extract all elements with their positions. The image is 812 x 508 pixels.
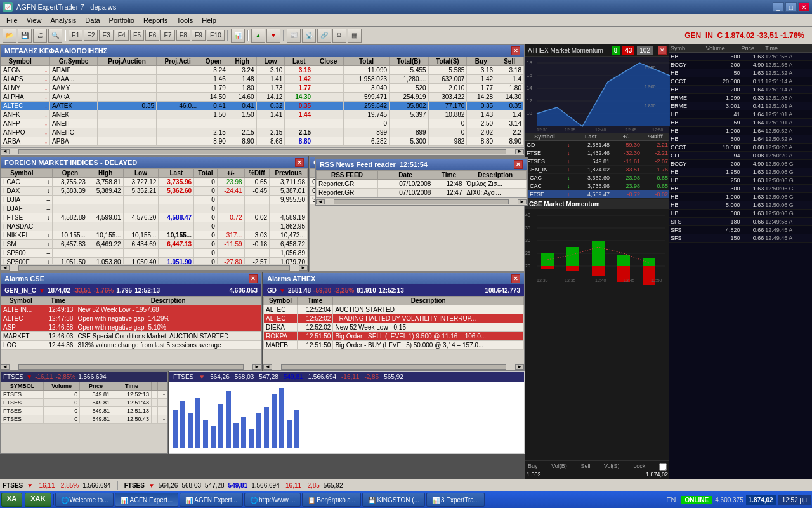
scroll-left[interactable]: ◄ xyxy=(1,149,10,154)
menu-analysis[interactable]: Analysis xyxy=(46,15,80,25)
taskbar-agfn2-label: AGFN Expert... xyxy=(194,497,237,504)
toolbar-open[interactable]: 📂 xyxy=(3,29,16,43)
f-row-sym[interactable]: I SP500F xyxy=(1,258,43,264)
taskbar-agfn1[interactable]: 📊 AGFN Expert... xyxy=(115,493,178,507)
f-row-sym[interactable]: I DJAF xyxy=(1,204,43,213)
f-row-last: 1,051.90 xyxy=(159,258,194,264)
mega-row-sym[interactable]: ARBA xyxy=(1,137,39,146)
menu-portfolio[interactable]: Portfolio xyxy=(105,15,138,25)
mega-row-sym[interactable]: ALTEC xyxy=(1,102,39,110)
rss-btn[interactable]: 📡 xyxy=(302,29,316,43)
sl-row-sym[interactable]: FTSE xyxy=(525,149,564,157)
ftses-row-c1 xyxy=(151,391,157,399)
f-row-pct xyxy=(244,249,270,258)
f-row-sym[interactable]: I SP500 xyxy=(1,249,43,258)
mega-row-sym[interactable]: AFGN xyxy=(1,66,39,75)
e2-btn[interactable]: E2 xyxy=(84,30,98,41)
f-row-sym[interactable]: I DJIA xyxy=(1,196,43,204)
taskbar-voith[interactable]: 📋 Βοηθητικό ε... xyxy=(302,493,361,507)
minimize-btn[interactable]: _ xyxy=(773,2,784,12)
f-scroll-left[interactable]: ◄ xyxy=(1,265,10,271)
mega-row-sell: 1.80 xyxy=(495,84,524,93)
e3-btn[interactable]: E3 xyxy=(99,30,113,41)
menu-file[interactable]: File xyxy=(3,15,22,25)
f-row-sym[interactable]: I CAC xyxy=(1,178,43,187)
ob-list-item: HB 59 1.64 12:51:01 A xyxy=(669,119,812,127)
f-row-sym[interactable]: I FTSE xyxy=(1,213,43,222)
taskbar-agfn1-label: AGFN Expert... xyxy=(129,497,173,504)
menu-reports[interactable]: Reports xyxy=(140,15,172,25)
news-btn[interactable]: 📰 xyxy=(287,29,301,43)
toolbar-print[interactable]: 🖨 xyxy=(33,29,47,43)
e1-btn[interactable]: E1 xyxy=(69,30,82,41)
mega-panel-close[interactable]: ✕ xyxy=(511,46,520,55)
taskbar-kingston[interactable]: 💾 KINGSTON (... xyxy=(362,493,425,507)
mega-row-sym[interactable]: ANFP xyxy=(1,119,39,128)
athex-close[interactable]: ✕ xyxy=(658,46,667,55)
maximize-btn[interactable]: □ xyxy=(785,2,797,12)
down-arrow-btn[interactable]: ▼ xyxy=(266,29,280,43)
sl-row-sym[interactable]: FTSES xyxy=(525,157,564,166)
e9-btn[interactable]: E9 xyxy=(192,30,206,41)
layout-btn[interactable]: ▦ xyxy=(348,29,362,43)
taskbar-agfn2[interactable]: 📊 AGFN Expert... xyxy=(180,493,243,507)
sl-row-sym[interactable]: GD xyxy=(525,141,564,149)
sl-row-pct: -2.21 xyxy=(641,149,669,157)
mega-row-sym[interactable]: ANFPO xyxy=(1,128,39,137)
f-row-open xyxy=(53,196,88,204)
e8-btn[interactable]: E8 xyxy=(176,30,190,41)
ftses-row-c1 xyxy=(151,415,157,424)
sl-row-sym[interactable]: I CAC xyxy=(525,174,564,182)
up-arrow-btn[interactable]: ▲ xyxy=(251,29,265,43)
mega-row-close xyxy=(313,102,344,110)
close-btn[interactable]: ✕ xyxy=(798,2,809,12)
aa-sym: Symbol xyxy=(264,297,298,305)
menu-data[interactable]: Data xyxy=(81,15,103,25)
e7-btn[interactable]: E7 xyxy=(160,30,174,41)
rss-close[interactable]: ✕ xyxy=(514,160,523,169)
f-row-sym[interactable]: I SM xyxy=(1,240,43,249)
mega-row-gr: ΑΝΕΠΟ xyxy=(50,128,98,137)
mega-row-sym[interactable]: ANFK xyxy=(1,110,39,119)
alarms-athex-close[interactable]: ✕ xyxy=(511,274,520,283)
e10-btn[interactable]: E10 xyxy=(207,30,225,41)
alarms-cse-close[interactable]: ✕ xyxy=(249,274,258,283)
scroll-right[interactable]: ► xyxy=(515,149,524,154)
menu-help[interactable]: Help xyxy=(198,15,220,25)
e6-btn[interactable]: E6 xyxy=(145,30,159,41)
sl-row-sym[interactable]: I CAC xyxy=(525,182,564,190)
lock-checkbox[interactable] xyxy=(659,463,667,471)
e5-btn[interactable]: E5 xyxy=(130,30,144,41)
chart-btn[interactable]: 📊 xyxy=(231,29,245,43)
taskbar-http[interactable]: 🌐 http://www.... xyxy=(244,493,301,507)
mega-row-sym[interactable]: AI APS xyxy=(1,75,39,84)
f-scroll-right[interactable]: ► xyxy=(299,265,308,271)
scroll-track[interactable] xyxy=(18,149,506,154)
taskbar-welcome[interactable]: 🌐 Welcome to... xyxy=(55,493,114,507)
sl-row-arrow: ↓ xyxy=(564,190,571,199)
mega-row-sym[interactable]: AI PHA xyxy=(1,93,39,102)
f-row-sym[interactable]: I NASDAC xyxy=(1,222,43,231)
toolbar-search[interactable]: 🔍 xyxy=(48,29,62,43)
f-row-sym[interactable]: I NIKKEI xyxy=(1,231,43,240)
toolbar-save[interactable]: 💾 xyxy=(18,29,32,43)
connect-btn[interactable]: 🔗 xyxy=(317,29,331,43)
start-button-xak[interactable]: XAK xyxy=(25,493,51,507)
f-row-sym[interactable]: I DAX xyxy=(1,187,43,196)
col-arrow xyxy=(39,57,50,66)
ob-vol: 94 xyxy=(706,152,740,159)
settings-btn[interactable]: ⚙ xyxy=(332,29,346,43)
sl-row-sym[interactable]: I FTSE xyxy=(525,190,564,199)
foreign-close[interactable]: ✕ xyxy=(295,158,304,167)
mega-row-sym[interactable]: AI MY xyxy=(1,84,39,93)
f-row-open: 5,383.39 xyxy=(53,187,88,196)
sl-row-sym[interactable]: GEN_IN xyxy=(525,166,564,174)
agfn2-icon: 📊 xyxy=(185,497,193,504)
menu-view[interactable]: View xyxy=(23,15,46,25)
e4-btn[interactable]: E4 xyxy=(115,30,129,41)
menu-tools[interactable]: Tools xyxy=(173,15,197,25)
taskbar-expert[interactable]: 📊 3 ExpertTra... xyxy=(426,493,485,507)
ftses-pct-val: -2,85% xyxy=(56,373,76,380)
start-button-xa[interactable]: XA xyxy=(1,493,22,507)
ac-row-time: 12:46:03 xyxy=(41,332,75,341)
